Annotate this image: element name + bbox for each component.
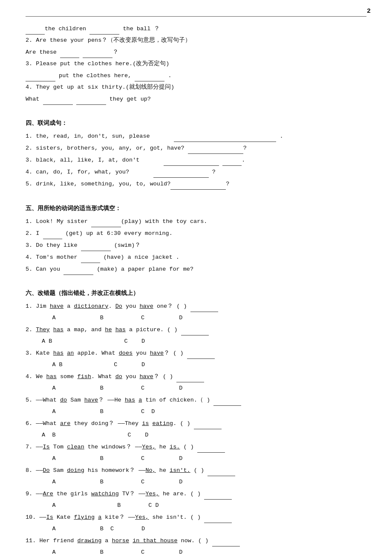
s6-q10: 10. ——Is Kate flying a kite？ ——Yes, she … — [26, 511, 366, 523]
blank — [135, 69, 164, 81]
answer-blank-11 — [212, 535, 240, 546]
s6-q2: 2. They has a map, and he has a picture.… — [26, 324, 366, 335]
blank — [43, 227, 62, 239]
intro-line-4: 3. Please put the clothes here.(改为否定句) — [26, 58, 366, 69]
blank — [63, 263, 93, 275]
s6-q3: 3. Kate has an apple. What does you have… — [26, 347, 366, 359]
blank — [26, 69, 55, 81]
main-content: the children the ball ？ 2. Are these you… — [26, 23, 366, 555]
s4-item1: 1. the, read, in, don't, sun, please . — [26, 130, 366, 142]
blank — [188, 142, 243, 154]
blank — [26, 23, 45, 35]
blank — [91, 215, 121, 227]
s6-q11-abcd: A B C D — [38, 546, 366, 555]
s6-q4-abcd: A B C D — [38, 382, 366, 394]
blank — [60, 46, 79, 58]
s5-item4: 4. Tom's mother (have) a nice jacket . — [26, 251, 366, 263]
blank — [164, 154, 219, 166]
s5-item3: 3. Do they like (swim)？ — [26, 239, 366, 251]
s6-q11: 11. Her friend drawing a horse in that h… — [26, 535, 366, 546]
blank — [89, 23, 119, 35]
intro-line-1: the children the ball ？ — [26, 23, 366, 35]
s4-item4: 4. can, do, I, for, what, you? ? — [26, 166, 366, 178]
top-divider — [26, 16, 366, 17]
section4-title: 四、联词成句： — [26, 118, 366, 129]
answer-blank-7 — [197, 441, 225, 453]
intro-line-7: What they get up? — [26, 93, 366, 105]
section5-title: 五、用所给的动词的适当形式填空： — [26, 203, 366, 214]
s5-item5: 5. Can you (make) a paper plane for me? — [26, 263, 366, 275]
s6-q5: 5. ——What do Sam have？ ——He has a tin of… — [26, 394, 366, 406]
blank — [222, 154, 242, 166]
intro-line-3: Are these ？ — [26, 46, 366, 58]
s6-q6: 6. ——What are they doing？ ——They is eati… — [26, 417, 366, 429]
s6-q1-abcd: A B C D — [38, 312, 366, 324]
blank — [81, 251, 100, 263]
intro-line-6: 4. They get up at six thirty.(就划线部分提问) — [26, 81, 366, 93]
answer-blank-4 — [176, 370, 204, 382]
answer-blank-5 — [213, 394, 241, 406]
s6-q8: 8. ——Do Sam doing his homework？ ——No, he… — [26, 464, 366, 476]
answer-blank-10 — [204, 511, 232, 523]
blank — [43, 93, 73, 105]
s6-q3-abcd: A B C D — [38, 359, 366, 370]
s6-q7: 7. ——Is Tom clean the windows？ ——Yes, he… — [26, 441, 366, 453]
blank — [81, 239, 111, 251]
blank — [170, 178, 226, 190]
s5-item1: 1. Look! My sister (play) with the toy c… — [26, 215, 366, 227]
section6-title: 六、改错题（指出错处，并改正在横线上） — [26, 288, 366, 299]
answer-blank-6 — [194, 417, 222, 429]
s4-item3: 3. black, all, like, I, at, don't . — [26, 154, 366, 166]
s4-item5: 5. drink, like, something, you, to, woul… — [26, 178, 366, 190]
s6-q10-abcd: A B C D — [38, 523, 366, 535]
answer-blank-8 — [208, 464, 235, 476]
s6-q5-abcd: A B C D — [38, 406, 366, 417]
blank — [153, 166, 209, 178]
s6-q1: 1. Jim have a dictionary. Do you have on… — [26, 300, 366, 312]
page-number: 2 — [367, 8, 371, 15]
answer-blank-9 — [204, 488, 232, 500]
blank — [76, 93, 106, 105]
s6-q4: 4. We has some fish. What do you have？ (… — [26, 370, 366, 382]
answer-blank-1 — [190, 300, 218, 312]
s6-q7-abcd: A B C D — [38, 453, 366, 464]
s4-item2: 2. sisters, brothers, you, any, or, got,… — [26, 142, 366, 154]
s5-item2: 2. I (get) up at 6:30 every morning. — [26, 227, 366, 239]
blank — [83, 46, 112, 58]
s6-q8-abcd: A B C D — [38, 476, 366, 488]
answer-blank-3 — [187, 347, 215, 359]
s6-q2-abcd: A B C D — [38, 335, 366, 347]
intro-line-2: 2. Are these your pens？（不改变原句意思，改写句子） — [26, 35, 366, 46]
s6-q9-abcd: A B C D — [38, 500, 366, 511]
blank — [174, 130, 276, 142]
s6-q6-abcd: A B C D — [38, 429, 366, 441]
intro-line-5: put the clothes here, . — [26, 69, 366, 81]
s6-q9: 9. ——Are the girls watching TV？ ——Yes, h… — [26, 488, 366, 500]
answer-blank-2 — [181, 324, 209, 335]
